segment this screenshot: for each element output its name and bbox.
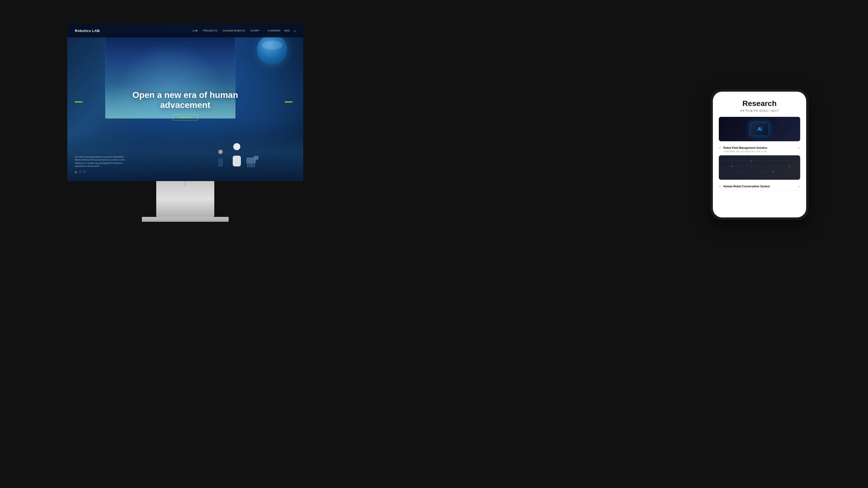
item-2-text-group: Human-Robot Conversation System [723, 185, 795, 188]
item-1-title: Robot Fleet Management Solution [723, 146, 795, 150]
svg-point-8 [750, 160, 752, 162]
phone-list-item-2[interactable]: 02 Human-Robot Conversation System → [719, 183, 800, 191]
nav-careers-link[interactable]: CAREERS [268, 29, 280, 32]
monitor-base [142, 217, 229, 222]
item-2-title: Human-Robot Conversation System [723, 185, 795, 188]
slide-indicator-3[interactable]: 03 [84, 171, 86, 173]
item-1-desc: 다양한 종류의 로봇 서비스를 관리하는 관제 시스템 [723, 150, 795, 153]
phone-title: Research [719, 99, 800, 108]
nav-links-group: LAB PROJECTS Unveiled ROBOTS STORY [193, 29, 259, 32]
svg-point-10 [788, 165, 790, 167]
stand-connector [185, 181, 186, 187]
slide-indicator-2[interactable]: 02 [79, 171, 82, 173]
phone-content: Research 로봇 혁신을 위한 끊임없는 기술연구 AI 01 Robot… [713, 92, 806, 191]
navigation-bar: Robotics LAB LAB PROJECTS Unveiled ROBOT… [67, 24, 303, 37]
nav-link-projects[interactable]: PROJECTS [203, 29, 217, 32]
item-2-num: 02 [719, 185, 721, 188]
slide-indicators: 01 02 03 [75, 171, 129, 173]
item-1-num: 01 [719, 147, 721, 149]
slide-indicator-1[interactable]: 01 [75, 171, 77, 173]
nav-language-link[interactable]: ENG [284, 29, 290, 32]
site-logo[interactable]: Robotics LAB [75, 29, 100, 33]
monitor: Robotics LAB LAB PROJECTS Unveiled ROBOT… [67, 24, 303, 203]
nav-link-story[interactable]: STORY [251, 29, 259, 32]
circuit-decoration [719, 155, 800, 180]
hero-title-line1: Open a new era of human [132, 90, 238, 100]
item-1-arrow-icon[interactable]: → [797, 146, 800, 150]
view-more-button[interactable]: VIEW MORE [173, 115, 198, 120]
hero-body-text: Our robotic technology will play a key r… [75, 155, 129, 167]
monitor-screen: Robotics LAB LAB PROJECTS Unveiled ROBOT… [67, 24, 303, 181]
item-2-arrow-icon[interactable]: → [797, 185, 800, 188]
phone: Research 로봇 혁신을 위한 끊임없는 기술연구 AI 01 Robot… [711, 90, 808, 220]
hero-title-line2: advacement [160, 100, 211, 110]
monitor-stand [156, 181, 214, 217]
hero-bottom-left: Our robotic technology will play a key r… [75, 155, 129, 173]
svg-point-9 [772, 171, 774, 172]
phone-list-item-1[interactable]: 01 Robot Fleet Management Solution 다양한 종… [719, 144, 800, 155]
hero-title: Open a new era of human advacement [132, 90, 238, 110]
phone-card-2 [719, 155, 800, 180]
nav-right-group: CAREERS ENG ⌕ [268, 29, 296, 33]
nav-link-lab[interactable]: LAB [193, 29, 198, 32]
ai-chip-label: AI [757, 126, 762, 132]
ai-chip: AI [750, 122, 769, 136]
phone-subtitle: 로봇 혁신을 위한 끊임없는 기술연구 [719, 109, 800, 112]
phone-card-ai: AI [719, 117, 800, 141]
svg-point-7 [732, 165, 733, 167]
scene: Robotics LAB LAB PROJECTS Unveiled ROBOT… [0, 0, 868, 488]
nav-link-unveiled-robots[interactable]: Unveiled ROBOTS [223, 29, 245, 32]
phone-outer: Research 로봇 혁신을 위한 끊임없는 기술연구 AI 01 Robot… [711, 90, 808, 220]
search-icon[interactable]: ⌕ [294, 29, 296, 33]
item-1-text-group: Robot Fleet Management Solution 다양한 종류의 … [723, 146, 795, 153]
phone-screen: Research 로봇 혁신을 위한 끊임없는 기술연구 AI 01 Robot… [713, 92, 806, 218]
